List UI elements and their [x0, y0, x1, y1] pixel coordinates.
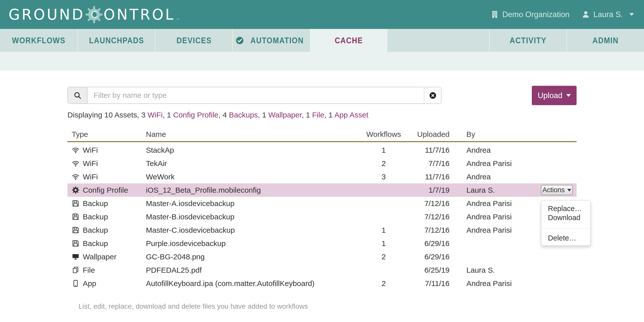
workflows-cell: 2	[360, 253, 408, 261]
name-cell: AutofillKeyboard.ipa (com.matter.Autofil…	[146, 279, 360, 288]
check-circle-icon	[236, 36, 244, 45]
logo-gear-letter: C	[85, 6, 103, 24]
summary-prefix: Displaying 10 Assets	[67, 111, 137, 119]
type-cell: Wallpaper	[67, 253, 146, 261]
organization-selector: Demo Organization	[491, 10, 570, 19]
by-cell: Andrea Parisi	[450, 279, 577, 288]
uploaded-cell: 7/12/16	[408, 213, 450, 221]
filter-link-backups[interactable]: Backups	[229, 111, 258, 119]
user-menu[interactable]: Laura S.	[582, 10, 634, 19]
table-row[interactable]: File PDFEDAL25.pdf 6/25/19 Laura S.	[67, 263, 577, 277]
menu-divider	[541, 228, 590, 228]
name-cell: WeWork	[146, 173, 360, 181]
uploaded-cell: 7/12/16	[408, 199, 450, 208]
tab-cache[interactable]: CACHE	[310, 29, 387, 52]
workflows-cell: 2	[360, 279, 408, 288]
type-label: WiFi	[83, 159, 98, 168]
type-label: App	[83, 279, 96, 288]
filter-link-config-profile[interactable]: Config Profile	[173, 111, 218, 119]
tab-devices[interactable]: DEVICES	[155, 29, 232, 52]
app-icon	[72, 279, 79, 287]
by-cell: Laura S.	[450, 266, 577, 274]
groundcontrol-logo: GROUND C ONTROL ™	[9, 6, 180, 24]
table-row[interactable]: App AutofillKeyboard.ipa (com.matter.Aut…	[67, 277, 577, 290]
wifi-icon	[72, 146, 79, 154]
type-label: Config Profile	[83, 186, 128, 194]
upload-button[interactable]: Upload	[532, 86, 577, 105]
workflows-cell: 1	[360, 239, 408, 248]
filter-link-wallpaper[interactable]: Wallpaper	[268, 111, 302, 119]
filter-bar	[67, 87, 441, 104]
workflows-cell: 2	[360, 159, 408, 168]
type-cell: WiFi	[67, 159, 146, 168]
filter-link-app-asset[interactable]: App Asset	[334, 111, 368, 119]
table-row[interactable]: Config Profile iOS_12_Beta_Profile.mobil…	[67, 183, 577, 197]
tab-automation[interactable]: AUTOMATION	[232, 29, 310, 52]
chevron-down-icon	[566, 94, 571, 97]
type-cell: WiFi	[67, 173, 146, 181]
type-cell: Backup	[67, 226, 146, 234]
menu-item-delete[interactable]: Delete…	[541, 233, 590, 243]
actions-label: Actions	[542, 186, 565, 194]
circle-x-icon	[429, 92, 437, 99]
filter-link-wifi[interactable]: WiFi	[148, 111, 163, 119]
search-addon	[68, 87, 88, 103]
logo-gear-icon: C	[85, 6, 103, 24]
table-header: Type Name Workflows Uploaded By	[67, 127, 577, 141]
menu-item-replace[interactable]: Replace…	[541, 204, 590, 213]
column-header-by: By	[450, 130, 577, 139]
filter-input[interactable]	[88, 87, 424, 103]
table-row[interactable]: Wallpaper GC-BG-2048.png 2 6/29/16	[67, 250, 577, 263]
menu-item-download[interactable]: Download	[541, 213, 590, 222]
tab-activity[interactable]: ACTIVITY	[489, 29, 567, 52]
table-row[interactable]: WiFi WeWork 3 11/7/16 Andrea	[67, 170, 577, 183]
type-cell: File	[67, 266, 146, 274]
table-row[interactable]: Backup Master-B.iosdevicebackup 7/12/16 …	[67, 210, 577, 223]
column-header-type: Type	[67, 130, 146, 139]
table-row[interactable]: Backup Purple.iosdevicebackup 1 6/29/16	[67, 237, 577, 250]
summary-links: , 3 WiFi, 1 Config Profile, 4 Backups, 1…	[137, 111, 368, 119]
header-right: Demo Organization Laura S.	[491, 10, 634, 19]
by-cell: Andrea	[450, 146, 577, 154]
tab-label: ACTIVITY	[510, 36, 546, 45]
backup-icon	[72, 199, 79, 207]
name-cell: Master-C.iosdevicebackup	[146, 226, 360, 234]
type-label: Backup	[83, 226, 108, 234]
filter-link-file[interactable]: File	[312, 111, 324, 119]
workflows-cell: 3	[360, 173, 408, 181]
type-cell: Backup	[67, 199, 146, 208]
actions-button[interactable]: Actions	[541, 185, 573, 195]
type-cell: Backup	[67, 239, 146, 248]
name-cell: TekAir	[146, 159, 360, 168]
uploaded-cell: 11/7/16	[408, 173, 450, 181]
page: GROUND C ONTROL ™ Demo Organization Laur…	[0, 0, 644, 322]
name-cell: Master-B.iosdevicebackup	[146, 213, 360, 221]
logo-text-ground: GROUND	[9, 7, 85, 22]
logo-text-ontrol: ONTROL	[103, 7, 175, 22]
tab-launchpads[interactable]: LAUNCHPADS	[77, 29, 155, 52]
gear-icon	[72, 186, 79, 194]
table-row[interactable]: WiFi StackAp 1 11/7/16 Andrea	[67, 143, 577, 157]
type-cell: Config Profile	[67, 186, 146, 194]
tab-label: WORKFLOWS	[12, 36, 66, 45]
name-cell: GC-BG-2048.png	[146, 253, 360, 261]
type-label: File	[83, 266, 95, 274]
uploaded-cell: 7/11/16	[408, 279, 450, 288]
type-cell: App	[67, 279, 146, 288]
tab-admin[interactable]: ADMIN	[567, 29, 644, 52]
tab-label: AUTOMATION	[250, 36, 304, 45]
clear-filter-button[interactable]	[424, 87, 441, 103]
tab-workflows[interactable]: WORKFLOWS	[0, 29, 77, 52]
uploaded-cell: 6/29/16	[408, 239, 450, 248]
backup-icon	[72, 213, 79, 221]
uploaded-cell: 6/25/19	[408, 266, 450, 274]
table-row[interactable]: Backup Master-C.iosdevicebackup 1 7/12/1…	[67, 223, 577, 237]
table-row[interactable]: WiFi TekAir 2 7/7/16 Andrea Parisi	[67, 157, 577, 170]
chevron-down-icon	[629, 13, 634, 16]
actions-dropdown-menu: Replace…DownloadDelete…	[541, 200, 591, 246]
uploaded-cell: 6/29/16	[408, 253, 450, 261]
wifi-icon	[72, 159, 79, 167]
table-body: WiFi StackAp 1 11/7/16 Andrea WiFi TekAi…	[67, 143, 577, 290]
table-row[interactable]: Backup Master-A.iosdevicebackup 7/12/16 …	[67, 197, 577, 210]
organization-name: Demo Organization	[502, 10, 570, 19]
